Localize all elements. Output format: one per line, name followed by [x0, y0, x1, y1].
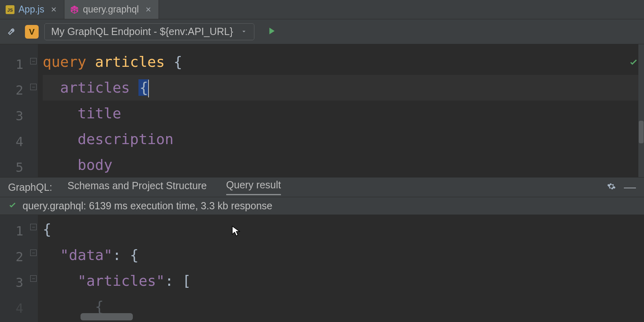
tab-query-graphql[interactable]: query.graphql ✕: [64, 0, 159, 19]
line-number: 1: [0, 218, 23, 244]
settings-wrench-icon[interactable]: [6, 25, 19, 39]
endpoint-dropdown[interactable]: My GraphQL Endpoint - ${env:API_URL}: [44, 23, 254, 40]
run-query-button[interactable]: [266, 25, 277, 38]
tab-app-js[interactable]: JS App.js ✕: [0, 0, 64, 19]
tab-query-result[interactable]: Query result: [226, 179, 281, 195]
token-field: body: [78, 157, 113, 173]
line-number-gutter: 1 2 3 4 5: [0, 44, 29, 177]
graphql-tool-window-header: GraphQL: Schemas and Project Structure Q…: [0, 177, 644, 197]
indent: [43, 247, 60, 263]
line-number: 4: [0, 295, 23, 321]
token-brace: {: [43, 221, 52, 237]
token-field: title: [78, 105, 121, 122]
query-status-bar: query.graphql: 6139 ms execution time, 3…: [0, 197, 644, 215]
token-keyword: query: [43, 54, 95, 70]
gear-icon[interactable]: [607, 182, 616, 193]
indent: [43, 79, 60, 96]
fold-gutter: − −: [29, 44, 38, 177]
token-field: articles: [60, 79, 138, 96]
tab-schemas[interactable]: Schemas and Project Structure: [68, 180, 207, 195]
graphql-file-icon: [70, 5, 79, 14]
line-number: 1: [0, 52, 23, 77]
line-number: 5: [0, 155, 23, 180]
indent: [43, 105, 78, 122]
js-file-icon: JS: [6, 5, 14, 14]
scrollbar-thumb[interactable]: [639, 121, 644, 143]
line-number: 4: [0, 129, 23, 155]
chevron-down-icon: [240, 26, 248, 37]
token-punct: : {: [112, 247, 138, 263]
query-result-editor[interactable]: 1 2 3 4 − − − { "data": { "articles": [ …: [0, 215, 644, 322]
line-number: 2: [0, 244, 23, 270]
fold-toggle-icon[interactable]: −: [30, 84, 37, 90]
fold-gutter: − − −: [29, 215, 38, 322]
token-key: "articles": [78, 272, 165, 289]
horizontal-scrollbar[interactable]: [80, 313, 133, 320]
token-brace: {: [95, 298, 104, 315]
minimize-icon[interactable]: —: [624, 180, 636, 194]
code-area[interactable]: { "data": { "articles": [ {: [38, 215, 644, 322]
editor-tab-bar: JS App.js ✕ query.graphql ✕: [0, 0, 644, 19]
token-key: "data": [60, 247, 112, 263]
line-number-gutter: 1 2 3 4: [0, 215, 29, 322]
endpoint-label: My GraphQL Endpoint - ${env:API_URL}: [51, 26, 233, 37]
fold-toggle-icon[interactable]: −: [30, 250, 37, 256]
line-number: 3: [0, 270, 23, 295]
fold-toggle-icon[interactable]: −: [30, 275, 37, 282]
vertical-scrollbar[interactable]: [638, 44, 644, 177]
line-number: 3: [0, 103, 23, 129]
env-badge-label: V: [29, 27, 35, 37]
inspection-ok-icon[interactable]: [629, 49, 638, 75]
line-number: 2: [0, 77, 23, 103]
check-icon: [8, 200, 17, 212]
graphql-toolbar: V My GraphQL Endpoint - ${env:API_URL}: [0, 19, 644, 44]
indent: [43, 298, 95, 315]
indent: [43, 157, 78, 173]
code-editor[interactable]: 1 2 3 4 5 − − query articles { articles …: [0, 44, 644, 177]
indent: [43, 131, 78, 147]
close-icon[interactable]: ✕: [145, 5, 151, 14]
svg-text:JS: JS: [7, 8, 12, 12]
code-area[interactable]: query articles { articles { title descri…: [38, 44, 644, 177]
token-field: description: [78, 131, 173, 147]
token-brace: {: [138, 79, 149, 96]
token-operation-name: articles: [95, 54, 173, 70]
token-brace: {: [173, 54, 182, 70]
fold-toggle-icon[interactable]: −: [30, 58, 37, 64]
tab-label: query.graphql: [83, 4, 139, 15]
token-punct: : [: [165, 272, 191, 289]
text-caret: [148, 80, 149, 97]
fold-toggle-icon[interactable]: −: [30, 224, 37, 230]
variables-button[interactable]: V: [25, 25, 39, 39]
indent: [43, 272, 78, 289]
close-icon[interactable]: ✕: [51, 5, 57, 14]
tab-label: App.js: [19, 4, 44, 15]
status-text: query.graphql: 6139 ms execution time, 3…: [23, 200, 272, 212]
